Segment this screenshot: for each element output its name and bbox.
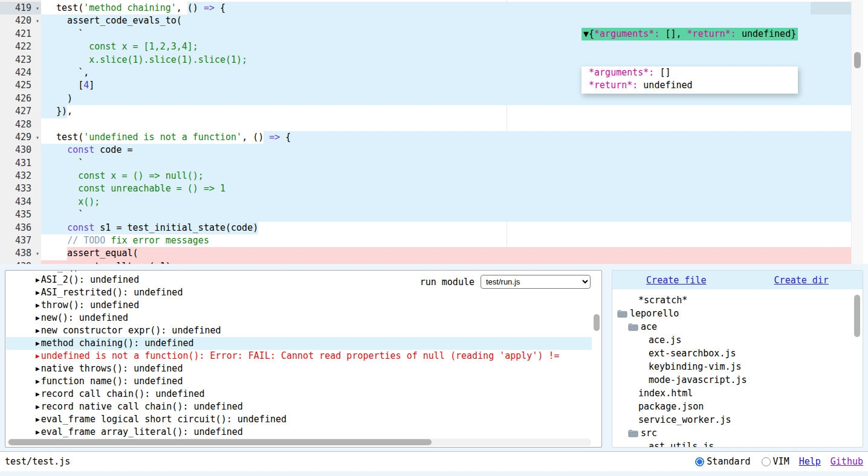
gutter-cell[interactable]: 428 <box>0 118 41 131</box>
tree-item-label: keybinding-vim.js <box>649 360 742 373</box>
tree-file[interactable]: ext-searchbox.js <box>612 347 854 360</box>
code-line[interactable]: ` <box>41 208 851 221</box>
expand-arrow-icon[interactable]: ▶ <box>36 324 40 337</box>
code-line[interactable]: assert_equal( <box>41 247 851 260</box>
help-link[interactable]: Help <box>799 456 821 467</box>
output-row[interactable]: ▶record call chain(): undefined <box>6 388 592 400</box>
expand-arrow-icon[interactable]: ▶ <box>36 388 40 400</box>
code-line[interactable] <box>41 118 851 131</box>
code-line[interactable]: x(); <box>41 196 851 208</box>
code-line[interactable]: const s1 = test_initial_state(code) <box>41 222 851 234</box>
expand-arrow-icon[interactable]: ▶ <box>36 274 40 286</box>
output-row[interactable]: ▶eval_frame logical short circuit(): und… <box>6 413 592 426</box>
expand-arrow-icon[interactable]: ▶ <box>36 375 40 388</box>
output-row-text: eval_frame array_literal(): undefined <box>41 426 243 437</box>
inspector-header[interactable]: ▼{*arguments*: [], *return*: undefined} <box>581 28 798 40</box>
fold-icon[interactable]: ▾ <box>36 14 39 27</box>
tree-file[interactable]: keybinding-vim.js <box>612 360 854 373</box>
output-row[interactable]: ▶new constructor expr(): undefined <box>6 324 592 337</box>
expand-arrow-icon[interactable]: ▶ <box>36 362 40 375</box>
code-editor[interactable]: test('method chaining', () => { assert_c… <box>0 0 868 264</box>
code-line[interactable]: test('undefined is not a function', () =… <box>41 131 851 144</box>
expand-arrow-icon[interactable]: ▶ <box>36 350 40 362</box>
output-vscrollbar-thumb[interactable] <box>594 314 600 331</box>
code-line[interactable]: const code = <box>41 144 851 156</box>
gutter-cell[interactable]: 434 <box>0 196 41 208</box>
output-row[interactable]: ▶method chaining(): undefined <box>6 337 592 350</box>
output-hscrollbar[interactable] <box>7 439 591 446</box>
output-hscrollbar-thumb[interactable] <box>8 439 432 445</box>
code-line[interactable]: ` <box>41 157 851 170</box>
tree-folder[interactable]: ace <box>612 320 854 333</box>
line-number: 438 <box>15 248 31 259</box>
gutter-cell[interactable]: 431 <box>0 157 41 170</box>
code-line[interactable]: const x = () => null(); <box>41 170 851 182</box>
code-token: test( <box>45 2 83 13</box>
gutter-cell[interactable]: 430 <box>0 144 41 156</box>
gutter-cell[interactable]: 425 <box>0 79 41 92</box>
expand-arrow-icon[interactable]: ▶ <box>36 413 40 426</box>
tree-folder[interactable]: leporello <box>612 307 854 320</box>
gutter-cell[interactable]: 424 <box>0 66 41 79</box>
tree-file[interactable]: *scratch* <box>612 294 854 307</box>
create-dir-link[interactable]: Create dir <box>774 275 829 286</box>
editor-scrollbar-thumb[interactable] <box>854 52 861 68</box>
tree-file[interactable]: mode-javascript.js <box>612 373 854 387</box>
tree-file[interactable]: ast_utils.js <box>612 440 854 447</box>
radio-vim-icon[interactable] <box>762 457 771 466</box>
fold-icon[interactable]: ▾ <box>36 247 39 260</box>
expand-arrow-icon[interactable]: ▶ <box>36 337 40 350</box>
gutter-cell[interactable]: 438▾ <box>0 247 41 260</box>
editor-scrollbar[interactable] <box>851 0 863 264</box>
output-row[interactable]: ▶record native call chain(): undefined <box>6 400 592 413</box>
output-row[interactable]: ▶undefined is not a function(): Error: F… <box>6 350 592 362</box>
output-row[interactable]: ▶native throws(): undefined <box>6 362 592 375</box>
fold-icon[interactable]: ▾ <box>36 2 39 14</box>
code-line[interactable]: // TODO fix error messages <box>41 234 851 247</box>
folder-icon <box>617 310 627 318</box>
gutter-cell[interactable]: 427 <box>0 105 41 118</box>
gutter-cell[interactable]: 432 <box>0 170 41 182</box>
gutter-cell[interactable]: 420▾ <box>0 14 41 27</box>
gutter-cell[interactable]: 423 <box>0 54 41 66</box>
inspector-row[interactable]: *return*: undefined <box>583 79 796 92</box>
gutter-cell[interactable]: 436 <box>0 222 41 234</box>
tree-vscrollbar-thumb[interactable] <box>854 295 860 337</box>
tree-file[interactable]: index.html <box>612 387 854 400</box>
value-inspector-tooltip[interactable]: ▼{*arguments*: [], *return*: undefined} … <box>581 2 798 120</box>
expand-arrow-icon[interactable]: ▶ <box>36 312 40 324</box>
gutter-cell[interactable]: 435 <box>0 208 41 221</box>
gutter-cell[interactable]: 422 <box>0 40 41 53</box>
gutter-cell[interactable]: 429▾ <box>0 131 41 144</box>
radio-option-vim[interactable]: VIM <box>762 456 789 467</box>
output-row[interactable]: ▶throw(): undefined <box>6 299 592 312</box>
expand-arrow-icon[interactable]: ▶ <box>36 286 40 299</box>
create-file-link[interactable]: Create file <box>646 275 706 286</box>
gutter-cell[interactable]: 419▾ <box>0 2 41 14</box>
expand-arrow-icon[interactable]: ▶ <box>36 400 40 413</box>
run-module-select[interactable]: test/run.js <box>481 275 591 289</box>
tree-file[interactable]: ace.js <box>612 333 854 347</box>
tree-file[interactable]: service_worker.js <box>612 413 854 426</box>
code-line[interactable]: root_calltree(s1) <box>41 260 851 264</box>
radio-option-standard[interactable]: Standard <box>695 456 750 467</box>
code-line[interactable]: const unreachable = () => 1 <box>41 182 851 195</box>
output-row[interactable]: ▶eval_frame array_literal(): undefined <box>6 426 592 437</box>
tree-folder[interactable]: src <box>612 426 854 440</box>
fold-icon[interactable]: ▾ <box>36 131 39 144</box>
gutter-cell[interactable]: 433 <box>0 182 41 195</box>
radio-standard-icon[interactable] <box>695 457 704 466</box>
expand-arrow-icon[interactable]: ▶ <box>36 426 40 437</box>
output-row[interactable]: ▶function name(): undefined <box>6 375 592 388</box>
github-link[interactable]: Github <box>831 456 863 467</box>
inspector-value: [] <box>654 67 670 78</box>
inspector-row[interactable]: *arguments*: [] <box>583 66 796 79</box>
gutter-cell[interactable]: 426 <box>0 92 41 105</box>
gutter-cell[interactable]: 437 <box>0 234 41 247</box>
gutter-cell[interactable]: 421 <box>0 28 41 40</box>
gutter-cell[interactable]: 439 <box>0 260 41 264</box>
tree-file[interactable]: package.json <box>612 400 854 413</box>
code-text: ` <box>41 208 851 221</box>
output-row[interactable]: ▶new(): undefined <box>6 312 592 324</box>
expand-arrow-icon[interactable]: ▶ <box>36 299 40 312</box>
